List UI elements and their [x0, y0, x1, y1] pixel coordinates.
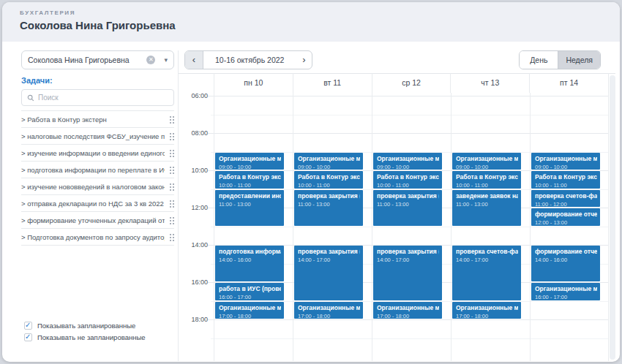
- checkbox-icon[interactable]: [24, 322, 32, 330]
- event-title: предоставлении инф...: [219, 192, 281, 200]
- event-title: Работа в Контур экст...: [377, 173, 439, 181]
- event-title: Организационные ме...: [219, 304, 281, 311]
- calendar-event[interactable]: проверка закрытия (... 11:00 - 13:00: [294, 190, 363, 226]
- event-time: 09:00 - 10:00: [377, 164, 439, 170]
- calendar-event[interactable]: Организационные ме... 17:00 - 18:00: [452, 302, 521, 319]
- calendar-scrollbar[interactable]: [610, 75, 615, 360]
- calendar-event[interactable]: Работа в Контур экст... 10:00 - 11:00: [531, 171, 600, 189]
- event-time: 16:00 - 17:00: [219, 294, 281, 300]
- breadcrumb-section: БУХГАЛТЕРИЯ: [20, 10, 602, 16]
- view-toggle-button[interactable]: Неделя: [558, 51, 600, 69]
- calendar-event[interactable]: формирование отчет... 14:00 - 16:00: [531, 246, 600, 281]
- drag-handle-icon[interactable]: [169, 233, 174, 241]
- task-list-item[interactable]: > изучение нововведений в налоговом зако…: [21, 178, 174, 195]
- calendar-event[interactable]: Организационные ме... 09:00 - 10:00: [452, 153, 521, 170]
- task-search[interactable]: [21, 89, 174, 106]
- calendar-event[interactable]: формирование отчет... 12:00 - 13:00: [531, 208, 600, 226]
- calendar-event[interactable]: проверка счетов-фак... 11:00 - 12:00: [531, 190, 600, 208]
- view-toggle-button[interactable]: День: [520, 51, 558, 69]
- event-title: Работа в Контур экст...: [535, 173, 597, 181]
- day-column[interactable]: Организационные ме... 09:00 - 10:00 Рабо…: [214, 93, 293, 361]
- day-header: вт 11: [293, 73, 372, 93]
- task-list-item[interactable]: > отправка декларации по НДС за 3 кв 202…: [21, 195, 174, 212]
- calendar-event[interactable]: Работа в Контур экст... 10:00 - 11:00: [373, 171, 442, 189]
- task-label: > отправка декларации по НДС за 3 кв 202…: [21, 200, 165, 208]
- drag-handle-icon[interactable]: [169, 216, 174, 224]
- calendar-event[interactable]: проверка закрытия (... 14:00 - 17:00: [373, 246, 442, 300]
- calendar-event[interactable]: подготовка информа... 14:00 - 16:00: [215, 246, 284, 281]
- task-list-item[interactable]: > налоговые последствия ФСБУ_изучение пр…: [21, 128, 174, 145]
- page-title: Соколова Нина Григорьевна: [20, 19, 602, 31]
- filter-checkbox-row[interactable]: Показывать не запланированные: [24, 331, 146, 343]
- event-title: Организационные ме...: [456, 304, 518, 311]
- employee-select[interactable]: Соколова Нина Григорьевна ✕ ▾: [21, 50, 174, 69]
- event-title: Организационные ме...: [377, 155, 439, 162]
- event-time: 11:00 - 13:00: [298, 201, 360, 208]
- time-label: 10:00: [179, 167, 208, 174]
- next-week-button[interactable]: ›: [296, 51, 312, 69]
- day-header-row: пн 10вт 11ср 12чт 13пт 14: [179, 73, 609, 93]
- drag-handle-icon[interactable]: [169, 132, 174, 140]
- search-icon: [27, 94, 34, 102]
- day-column[interactable]: Организационные ме... 09:00 - 10:00 Рабо…: [372, 93, 451, 361]
- time-label: 08:00: [179, 129, 208, 137]
- day-header: пн 10: [214, 73, 293, 93]
- calendar-event[interactable]: Организационные ме... 09:00 - 10:00: [294, 153, 363, 170]
- chevron-down-icon[interactable]: ▾: [164, 56, 168, 64]
- calendar-event[interactable]: проверка счетов-фак... 14:00 - 17:00: [452, 246, 521, 300]
- event-time: 11:00 - 12:00: [535, 201, 597, 208]
- search-input[interactable]: [38, 94, 168, 102]
- day-column[interactable]: Организационные ме... 09:00 - 10:00 Рабо…: [451, 93, 530, 361]
- calendar-event[interactable]: Работа в Контур экст... 10:00 - 11:00: [294, 171, 363, 189]
- calendar-event[interactable]: проверка закрытия (... 11:00 - 13:00: [373, 190, 442, 226]
- event-title: проверка закрытия (...: [298, 248, 360, 255]
- filter-checkbox-row[interactable]: Показывать запланированные: [24, 319, 146, 331]
- event-time: 14:00 - 16:00: [219, 257, 281, 263]
- task-list-item[interactable]: > формирование уточненных деклараций отч…: [21, 212, 174, 229]
- calendar-event[interactable]: работа в ИУС (провер... 16:00 - 17:00: [215, 283, 284, 300]
- event-title: заведение заявок на ...: [456, 192, 518, 200]
- checkbox-icon[interactable]: [24, 333, 32, 341]
- event-title: формирование отчет...: [535, 248, 597, 255]
- day-column[interactable]: Организационные ме... 09:00 - 10:00 Рабо…: [293, 93, 372, 361]
- calendar-panel: ‹ 10-16 октябрь 2022 › ДеньНеделя пн 10в…: [178, 50, 615, 361]
- drag-handle-icon[interactable]: [169, 166, 174, 174]
- prev-week-button[interactable]: ‹: [185, 51, 203, 69]
- event-time: 17:00 - 18:00: [298, 313, 360, 319]
- event-time: 11:00 - 13:00: [377, 201, 439, 208]
- calendar-event[interactable]: Работа в Контур экст... 10:00 - 11:00: [452, 171, 521, 189]
- event-title: подготовка информа...: [219, 248, 281, 255]
- drag-handle-icon[interactable]: [169, 183, 174, 191]
- time-label: 06:00: [179, 93, 208, 99]
- event-time: 10:00 - 11:00: [456, 182, 518, 189]
- calendar-event[interactable]: Организационные ме... 09:00 - 10:00: [531, 153, 600, 170]
- event-title: Организационные ме...: [298, 304, 360, 311]
- event-time: 17:00 - 18:00: [377, 313, 439, 319]
- task-label: > Подготовка документов по запросу аудит…: [21, 233, 165, 241]
- event-time: 11:00 - 13:00: [456, 201, 518, 208]
- calendar-event[interactable]: Организационные ме... 16:00 - 17:00: [531, 283, 600, 300]
- event-time: 09:00 - 10:00: [456, 164, 518, 170]
- task-list-item[interactable]: > изучение информации о введении единого…: [21, 145, 174, 162]
- calendar-event[interactable]: предоставлении инф... 11:00 - 13:00: [215, 190, 284, 226]
- drag-handle-icon[interactable]: [169, 149, 174, 157]
- drag-handle-icon[interactable]: [169, 200, 174, 208]
- calendar-event[interactable]: Организационные ме... 09:00 - 10:00: [215, 153, 284, 170]
- event-title: Работа в Контур экст...: [298, 173, 360, 181]
- calendar-event[interactable]: Организационные ме... 09:00 - 10:00: [373, 153, 442, 170]
- calendar-event[interactable]: Организационные ме... 17:00 - 18:00: [215, 302, 284, 319]
- calendar-event[interactable]: проверка закрытия (... 14:00 - 17:00: [294, 246, 363, 300]
- clear-icon[interactable]: ✕: [146, 56, 155, 64]
- calendar-event[interactable]: Организационные ме... 17:00 - 18:00: [373, 302, 442, 319]
- drag-handle-icon[interactable]: [169, 115, 174, 124]
- day-column[interactable]: Организационные ме... 09:00 - 10:00 Рабо…: [530, 93, 609, 361]
- task-list-item[interactable]: > Работа в Контур экстерн: [21, 111, 174, 128]
- sidebar: Соколова Нина Григорьевна ✕ ▾ Задачи: > …: [21, 50, 174, 246]
- event-time: 16:00 - 17:00: [535, 294, 597, 300]
- calendar-event[interactable]: заведение заявок на ... 11:00 - 13:00: [452, 190, 521, 226]
- task-list-item[interactable]: > Подготовка документов по запросу аудит…: [21, 229, 174, 246]
- calendar-event[interactable]: Работа в Контур экст... 10:00 - 11:00: [215, 171, 284, 189]
- day-header: чт 13: [450, 73, 529, 93]
- calendar-event[interactable]: Организационные ме... 17:00 - 18:00: [294, 302, 363, 319]
- task-list-item[interactable]: > подготовка информации по переплате в И…: [21, 162, 174, 178]
